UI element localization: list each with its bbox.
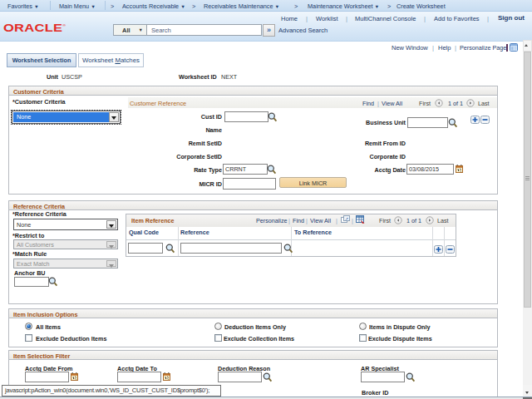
svg-text:↗: ↗: [345, 216, 348, 221]
